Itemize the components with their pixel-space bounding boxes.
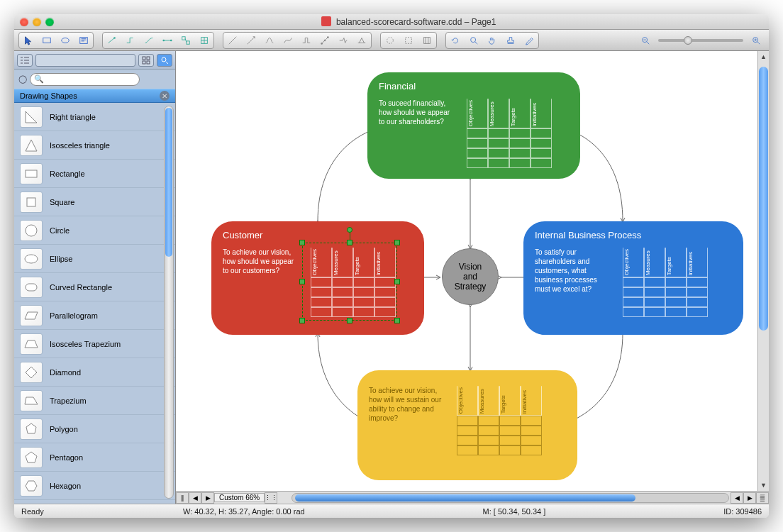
- financial-title: Financial: [379, 81, 569, 92]
- pointer-tool[interactable]: [20, 33, 37, 48]
- sidebar-search-toggle[interactable]: [157, 54, 172, 67]
- search-input[interactable]: [30, 73, 140, 86]
- sidebar-scrollbar-thumb[interactable]: [165, 108, 172, 257]
- perspective-learning[interactable]: To achieve our vision, how will we susta…: [357, 370, 577, 480]
- shape-swatch: [20, 504, 43, 504]
- line-tool-6[interactable]: [316, 33, 333, 48]
- tool-group-connectors: [102, 32, 214, 49]
- perspective-financial[interactable]: Financial To suceed financially, how sho…: [367, 72, 580, 179]
- status-id: ID: 309486: [716, 507, 769, 516]
- perspective-customer[interactable]: Customer To achieve our vision, how shou…: [211, 221, 424, 335]
- line-tool-3[interactable]: [261, 33, 278, 48]
- sidebar-scrollbar[interactable]: [164, 106, 174, 499]
- hscroll-stub-2[interactable]: ⋮⋮: [265, 492, 277, 504]
- statusbar: Ready W: 40.32, H: 35.27, Angle: 0.00 ra…: [14, 504, 769, 518]
- learning-table: ObjectivesMeasuresTargetsInitiatives: [457, 386, 542, 455]
- shape-swatch: [20, 419, 43, 440]
- canvas-h-scroll-thumb[interactable]: [295, 494, 635, 501]
- sidebar-section-title[interactable]: Drawing Shapes ✕: [14, 89, 175, 103]
- line-tool-4[interactable]: [279, 33, 296, 48]
- connector-2[interactable]: [122, 33, 139, 48]
- page-prev-icon[interactable]: ◀: [189, 492, 201, 504]
- hand-tool[interactable]: [484, 33, 501, 48]
- connector-1[interactable]: [104, 33, 121, 48]
- line-tool-2[interactable]: [243, 33, 260, 48]
- edit-tool-2[interactable]: [400, 33, 417, 48]
- shape-item[interactable]: Diamond: [14, 358, 175, 387]
- shape-list[interactable]: Right triangleIsosceles triangleRectangl…: [14, 103, 175, 504]
- svg-rect-7: [187, 40, 189, 43]
- sidebar-tree-icon[interactable]: [17, 54, 33, 67]
- magnify-tool[interactable]: [465, 33, 482, 48]
- line-tool-7[interactable]: [335, 33, 352, 48]
- connector-3[interactable]: [140, 33, 157, 48]
- connector-6[interactable]: [196, 33, 213, 48]
- stamp-tool[interactable]: [502, 33, 519, 48]
- shape-swatch: [20, 135, 43, 156]
- shape-label: Trapezium: [50, 397, 87, 405]
- zoom-in-icon[interactable]: [748, 33, 765, 48]
- shape-item[interactable]: Trapezium: [14, 387, 175, 415]
- shape-item[interactable]: Square: [14, 188, 175, 216]
- zoom-slider-thumb[interactable]: [684, 36, 692, 45]
- shape-item[interactable]: Circle: [14, 216, 175, 245]
- hscroll-stub-1[interactable]: ‖: [176, 492, 189, 504]
- zoom-out-icon[interactable]: [637, 33, 654, 48]
- shape-item[interactable]: Ellipse: [14, 245, 175, 273]
- shape-label: Ellipse: [50, 255, 72, 263]
- financial-table: ObjectivesMeasuresTargetsInitiatives: [467, 99, 552, 168]
- section-close-icon[interactable]: ✕: [160, 91, 170, 101]
- internal-table: ObjectivesMeasuresTargetsInitiatives: [623, 248, 708, 317]
- hscroll-corner[interactable]: ▒: [756, 492, 769, 504]
- sidebar-grid-icon[interactable]: [138, 54, 154, 67]
- zoom-label[interactable]: Custom 66%: [214, 493, 265, 502]
- perspective-internal[interactable]: Internal Business Process To satisfy our…: [523, 221, 743, 335]
- ellipse-tool[interactable]: [57, 33, 74, 48]
- line-tool-5[interactable]: [298, 33, 315, 48]
- shape-item[interactable]: Right triangle: [14, 103, 175, 131]
- close-button[interactable]: [20, 18, 28, 26]
- text-tool[interactable]: [75, 33, 92, 48]
- scroll-down-icon[interactable]: ▼: [758, 480, 769, 491]
- svg-rect-6: [182, 36, 185, 39]
- eyedropper-tool[interactable]: [521, 33, 538, 48]
- page-next-icon[interactable]: ▶: [201, 492, 214, 504]
- canvas-h-scrollbar[interactable]: [291, 493, 729, 503]
- line-tool-8[interactable]: [353, 33, 370, 48]
- section-title-label: Drawing Shapes: [20, 92, 77, 100]
- shape-swatch: [20, 390, 43, 411]
- shape-item[interactable]: Hexagon: [14, 472, 175, 500]
- sidebar-header: [14, 51, 175, 70]
- shape-item[interactable]: Isosceles Trapezium: [14, 330, 175, 358]
- scroll-right-icon[interactable]: ▶: [743, 492, 756, 504]
- shape-item[interactable]: Rectangle: [14, 160, 175, 188]
- line-tool-1[interactable]: [224, 33, 241, 48]
- tool-group-select: [18, 32, 94, 49]
- zoom-button[interactable]: [45, 18, 54, 26]
- internal-title: Internal Business Process: [535, 230, 732, 240]
- shape-item[interactable]: Pentagon: [14, 443, 175, 472]
- canvas-v-scroll-thumb[interactable]: [759, 67, 768, 331]
- scroll-left-icon[interactable]: ◀: [731, 492, 743, 504]
- vision-strategy-node[interactable]: Vision and Strategy: [442, 248, 499, 305]
- edit-tool-1[interactable]: [382, 33, 399, 48]
- status-dims: W: 40.32, H: 35.27, Angle: 0.00 rad: [176, 507, 312, 516]
- canvas[interactable]: Financial To suceed financially, how sho…: [176, 51, 769, 491]
- zoom-slider[interactable]: [658, 39, 743, 42]
- shape-item[interactable]: Equilateral hexagon: [14, 500, 175, 504]
- shape-item[interactable]: Polygon: [14, 415, 175, 443]
- shape-swatch: [20, 362, 43, 383]
- canvas-v-scrollbar[interactable]: ▲ ▼: [757, 51, 769, 491]
- shape-item[interactable]: Isosceles triangle: [14, 131, 175, 160]
- shape-item[interactable]: Parallelogram: [14, 301, 175, 330]
- rect-tool[interactable]: [38, 33, 55, 48]
- learning-question: To achieve our vision, how will we susta…: [369, 386, 447, 423]
- refresh-tool[interactable]: [447, 33, 464, 48]
- minimize-button[interactable]: [33, 18, 41, 26]
- customer-title: Customer: [223, 230, 413, 240]
- scroll-up-icon[interactable]: ▲: [758, 51, 769, 62]
- edit-tool-3[interactable]: [418, 33, 435, 48]
- connector-4[interactable]: [159, 33, 176, 48]
- shape-item[interactable]: Curved Rectangle: [14, 273, 175, 301]
- connector-5[interactable]: [177, 33, 194, 48]
